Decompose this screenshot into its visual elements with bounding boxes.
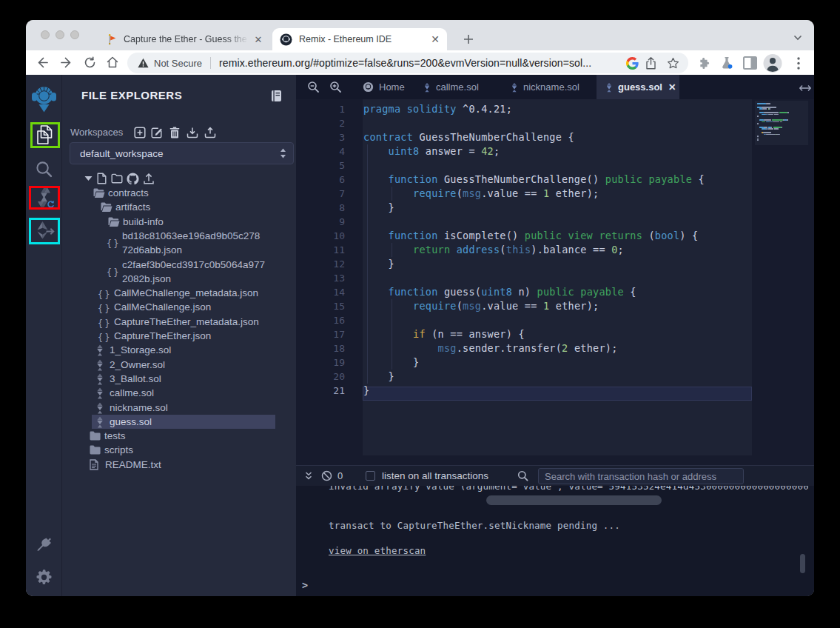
expand-terminal-chevrons-icon[interactable] — [303, 471, 314, 484]
settings-gear-icon[interactable] — [26, 567, 62, 587]
file-tree-item[interactable]: scripts — [62, 443, 296, 457]
terminal-search-input[interactable] — [538, 468, 744, 484]
file-tree-item[interactable]: 3_Ballot.sol — [62, 372, 296, 386]
minimap[interactable] — [755, 101, 808, 145]
file-tree-item[interactable]: guess.sol — [92, 415, 275, 429]
side-panel-icon[interactable] — [740, 53, 759, 73]
url-text[interactable]: remix.ethereum.org/#optimize=false&runs=… — [219, 57, 626, 69]
close-tab-icon[interactable]: ✕ — [668, 81, 676, 93]
icon-panel — [26, 75, 62, 596]
code-line: } — [363, 257, 394, 271]
tab-close-icon[interactable]: ✕ — [252, 33, 264, 45]
horizontal-scrollbar-thumb[interactable] — [486, 495, 662, 505]
file-tree-item[interactable]: callme.sol — [62, 386, 296, 400]
etherscan-link[interactable]: view on etherscan — [329, 545, 426, 556]
terminal-prompt[interactable]: > — [302, 579, 308, 591]
editor-tab-nickname-sol[interactable]: nickname.sol — [502, 75, 585, 99]
search-icon[interactable] — [26, 158, 62, 179]
new-folder-icon[interactable] — [110, 173, 124, 184]
browser-menu-kebab-icon[interactable] — [789, 53, 808, 73]
file-tree-item[interactable]: nickname.sol — [62, 401, 296, 415]
editor-tab-home[interactable]: Home — [354, 75, 407, 99]
file-name: README.txt — [105, 459, 161, 470]
expand-horizontal-icon[interactable] — [799, 82, 811, 96]
listen-checkbox[interactable] — [366, 471, 375, 481]
zoom-out-icon[interactable] — [307, 81, 320, 94]
file-name: CaptureTheEther.json — [114, 330, 211, 341]
file-tree-item[interactable]: 1_Storage.sol — [62, 343, 296, 357]
traffic-light-close-button[interactable] — [41, 30, 50, 39]
file-tree-item[interactable]: build-info — [62, 215, 296, 229]
workspace-select[interactable]: default_workspace — [70, 142, 294, 164]
tab-file-icon — [423, 82, 431, 93]
line-number: 20 — [296, 370, 345, 384]
file-tree-item[interactable]: {}CaptureTheEther.json — [62, 329, 296, 343]
new-file-icon[interactable] — [95, 173, 108, 184]
file-tree-item[interactable]: {}CallMeChallenge.json — [62, 300, 296, 314]
editor-tab-callme-sol[interactable]: callme.sol — [414, 75, 488, 99]
minimap-line — [757, 123, 759, 124]
file-tree-item[interactable]: contracts — [62, 186, 296, 200]
extensions-puzzle-icon[interactable] — [695, 53, 714, 73]
address-bar[interactable]: Not Secure remix.ethereum.org/#optimize=… — [127, 53, 688, 73]
vertical-scrollbar-thumb[interactable] — [800, 554, 805, 573]
listen-label: listen on all transactions — [382, 470, 488, 481]
file-name: bd18c81063ee196ad9b05c278 — [122, 230, 260, 241]
forward-button[interactable] — [57, 53, 76, 72]
line-number: 5 — [296, 158, 345, 173]
minimap-line — [776, 134, 781, 136]
lab-flask-icon[interactable] — [717, 53, 736, 73]
file-name: 3_Ballot.sol — [110, 373, 161, 384]
braces-icon: {} — [98, 301, 112, 315]
line-number: 10 — [296, 229, 345, 243]
tab-search-chevron-icon[interactable] — [793, 32, 803, 45]
file-tree-item[interactable]: {}CallMeChallenge_metadata.json — [62, 286, 296, 300]
publish-to-gist-github-icon[interactable] — [126, 173, 139, 184]
file-tree-item[interactable]: {}bd18c81063ee196ad9b05c27872d6abb.json — [62, 229, 296, 258]
changelog-book-icon[interactable] — [271, 90, 282, 105]
file-name: CallMeChallenge_metadata.json — [114, 287, 258, 298]
code-editor[interactable]: 123456789101112131415161718192021 pragma… — [296, 99, 814, 465]
browser-tab-capture-the-ether[interactable]: Capture the Ether - Guess the nu ✕ — [97, 28, 269, 50]
file-tree-item[interactable]: {}CaptureTheEther_metadata.json — [62, 315, 296, 329]
braces-icon: {} — [107, 265, 121, 278]
file-tree-item[interactable]: artifacts — [62, 200, 296, 214]
terminal-log[interactable]: invalid arrayify value (argument="value"… — [296, 486, 814, 596]
new-tab-button[interactable] — [459, 30, 478, 49]
back-button[interactable] — [32, 53, 51, 72]
file-name: artifacts — [115, 201, 150, 213]
zoom-in-icon[interactable] — [329, 81, 343, 94]
file-tree-item[interactable]: tests — [62, 429, 296, 443]
file-tree-item[interactable]: README.txt — [62, 458, 296, 472]
reload-button[interactable] — [80, 53, 99, 72]
traffic-light-zoom-button[interactable] — [70, 30, 79, 39]
share-icon[interactable] — [645, 57, 656, 70]
editor-tab-guess-sol[interactable]: guess.sol✕ — [597, 75, 679, 99]
minimap-line — [757, 139, 759, 141]
not-secure-warning-icon[interactable] — [138, 58, 149, 68]
upload-file-icon[interactable] — [142, 173, 155, 184]
rename-workspace-icon[interactable] — [150, 126, 164, 139]
collapse-tree-chevron-icon[interactable] — [81, 173, 95, 184]
line-number: 17 — [296, 327, 345, 341]
download-workspace-icon[interactable] — [186, 126, 199, 139]
delete-workspace-icon[interactable] — [168, 126, 181, 139]
google-icon[interactable] — [626, 57, 639, 70]
profile-avatar[interactable] — [763, 53, 782, 73]
clear-console-ban-icon[interactable] — [321, 470, 332, 484]
file-tree-item[interactable]: 2_Owner.sol — [62, 358, 296, 372]
create-workspace-icon[interactable] — [133, 126, 147, 139]
tab-close-icon[interactable]: ✕ — [429, 33, 441, 45]
clipped-log-line: invalid arrayify value (argument="value"… — [329, 486, 808, 492]
traffic-light-minimize-button[interactable] — [56, 30, 64, 39]
plugin-manager-icon[interactable] — [26, 535, 62, 554]
home-button[interactable] — [103, 53, 122, 72]
minimap-line — [787, 119, 788, 121]
restore-workspace-icon[interactable] — [204, 126, 217, 139]
browser-tab-remix[interactable]: Remix - Ethereum IDE ✕ — [272, 28, 447, 50]
file-tree-item[interactable]: {}c2faef3b0ecd3917c0b5064a9772082b.json — [62, 258, 296, 287]
line-number: 3 — [296, 130, 345, 144]
not-secure-label: Not Secure — [154, 58, 202, 69]
remix-logo-icon[interactable] — [26, 84, 62, 113]
bookmark-star-icon[interactable] — [667, 57, 679, 70]
